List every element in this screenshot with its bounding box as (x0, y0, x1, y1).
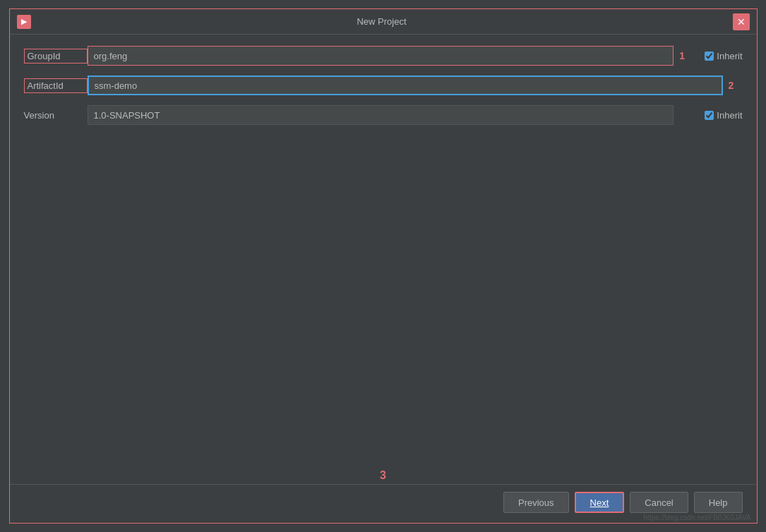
groupid-badge: 1 (679, 50, 693, 61)
artifactid-badge: 2 (729, 80, 743, 91)
version-row: Version Inherit (24, 105, 743, 125)
watermark: https://blog.csdn.net/FBB360JAVA (644, 514, 751, 521)
next-button[interactable]: Next (575, 492, 625, 513)
groupid-label: GroupId (24, 49, 88, 64)
help-button[interactable]: Help (694, 492, 743, 513)
close-button[interactable]: ✕ (733, 13, 750, 30)
version-input-row: Inherit (88, 105, 743, 125)
cancel-button[interactable]: Cancel (630, 492, 688, 513)
form-content: GroupId 1 Inherit ArtifactId 2 Version (10, 35, 757, 484)
spacer (24, 131, 743, 477)
previous-button[interactable]: Previous (503, 492, 569, 513)
version-input[interactable] (88, 105, 674, 125)
groupid-row: GroupId 1 Inherit (24, 46, 743, 66)
version-inherit-checkbox[interactable] (705, 111, 714, 120)
artifactid-input[interactable] (88, 75, 723, 95)
groupid-input-row: 1 Inherit (88, 46, 743, 66)
version-inherit: Inherit (705, 110, 742, 121)
artifactid-input-row: 2 (88, 75, 743, 95)
title-bar: ▶ New Project ✕ (10, 9, 757, 35)
groupid-inherit: Inherit (705, 51, 742, 61)
dialog-title: New Project (31, 16, 733, 27)
footer-number-badge: 3 (380, 469, 386, 482)
artifactid-label: ArtifactId (24, 78, 88, 93)
app-icon: ▶ (17, 15, 31, 29)
version-label: Version (24, 110, 88, 121)
groupid-inherit-checkbox[interactable] (705, 52, 714, 61)
artifactid-row: ArtifactId 2 (24, 75, 743, 95)
groupid-input[interactable] (88, 46, 674, 66)
new-project-dialog: ▶ New Project ✕ GroupId 1 Inherit Artifa… (9, 8, 758, 524)
